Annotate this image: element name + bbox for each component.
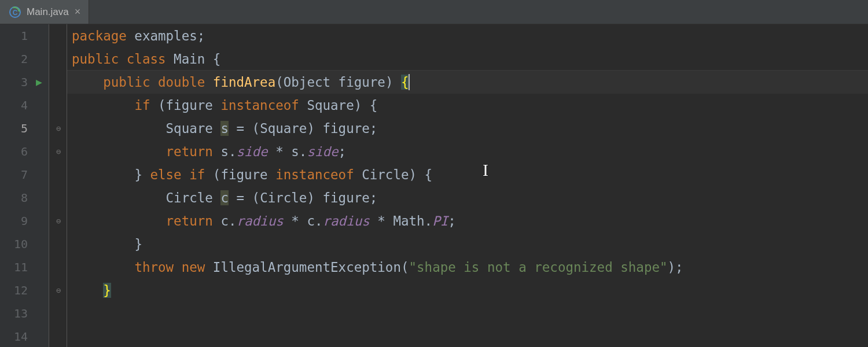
- tab-filename: Main.java: [27, 6, 69, 18]
- editor-tab-main-java[interactable]: C Main.java ×: [0, 0, 89, 24]
- code-line[interactable]: package examples;: [67, 24, 868, 47]
- code-line[interactable]: public class Main {: [67, 47, 868, 71]
- run-gutter: ▶: [34, 24, 49, 347]
- code-line[interactable]: if (figure instanceof Square) {: [67, 94, 868, 117]
- fold-gutter: ⊖ ⊖ ⊖ ⊖: [49, 24, 67, 347]
- line-number: 8: [0, 186, 28, 209]
- line-number: 2: [0, 47, 28, 71]
- highlighted-var: s: [220, 121, 229, 136]
- fold-toggle-icon[interactable]: ⊖: [54, 140, 62, 163]
- code-line[interactable]: Circle c = (Circle) figure;: [67, 186, 868, 209]
- highlighted-var: c: [220, 190, 229, 205]
- line-number: 6: [0, 140, 28, 163]
- svg-text:C: C: [13, 8, 18, 16]
- run-line-icon[interactable]: ▶: [36, 71, 42, 94]
- code-area[interactable]: package examples; public class Main { pu…: [67, 24, 868, 347]
- code-line[interactable]: }: [67, 279, 868, 302]
- fold-toggle-icon[interactable]: ⊖: [54, 279, 62, 302]
- line-number-gutter[interactable]: 1 2 3 4 5 6 7 8 9 10 11 12 13 14: [0, 24, 34, 347]
- line-number: 7: [0, 163, 28, 186]
- code-editor: 1 2 3 4 5 6 7 8 9 10 11 12 13 14 ▶ ⊖ ⊖ ⊖…: [0, 24, 868, 347]
- code-line[interactable]: Square s = (Square) figure;: [67, 117, 868, 140]
- line-number: 9: [0, 209, 28, 232]
- line-number: 1: [0, 24, 28, 47]
- code-line[interactable]: throw new IllegalArgumentException("shap…: [67, 256, 868, 279]
- matched-brace: }: [103, 283, 111, 298]
- code-line[interactable]: }: [67, 232, 868, 256]
- code-line[interactable]: public double findArea(Object figure) {: [67, 71, 868, 94]
- fold-toggle-icon[interactable]: ⊖: [54, 117, 62, 140]
- line-number: 5: [0, 117, 28, 140]
- java-class-icon: C: [9, 6, 21, 18]
- code-line[interactable]: return s.side * s.side;: [67, 140, 868, 163]
- fold-toggle-icon[interactable]: ⊖: [54, 209, 62, 232]
- line-number: 3: [0, 71, 28, 94]
- close-tab-icon[interactable]: ×: [75, 6, 81, 18]
- tab-bar: C Main.java ×: [0, 0, 868, 24]
- line-number: 10: [0, 232, 28, 256]
- line-number: 4: [0, 94, 28, 117]
- code-line[interactable]: return c.radius * c.radius * Math.PI;: [67, 209, 868, 232]
- line-number: 12: [0, 279, 28, 302]
- line-number: 13: [0, 302, 28, 325]
- code-line[interactable]: } else if (figure instanceof Circle) {: [67, 163, 868, 186]
- line-number: 14: [0, 325, 28, 347]
- text-caret: [409, 74, 410, 90]
- matched-brace: {: [401, 75, 409, 90]
- line-number: 11: [0, 256, 28, 279]
